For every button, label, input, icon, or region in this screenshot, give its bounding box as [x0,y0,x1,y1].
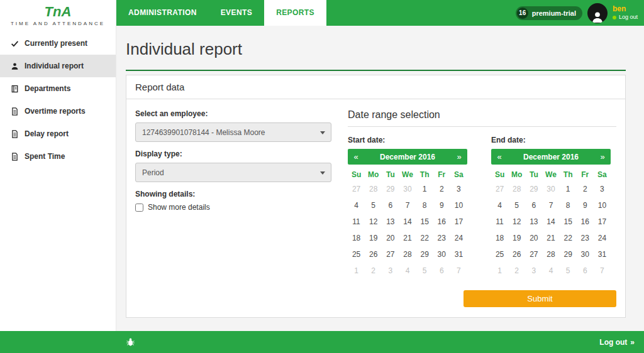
calendar-day[interactable]: 3 [525,263,542,279]
calendar-day[interactable]: 15 [560,214,577,230]
calendar-day[interactable]: 1 [491,263,508,279]
calendar-day[interactable]: 7 [399,197,416,214]
calendar-day[interactable]: 27 [348,181,365,197]
submit-button[interactable]: Submit [464,290,616,307]
calendar-day[interactable]: 10 [594,197,611,214]
calendar-day[interactable]: 4 [491,197,508,214]
calendar-day[interactable]: 19 [508,230,525,246]
calendar-day[interactable]: 29 [382,181,399,197]
calendar-day[interactable]: 6 [433,263,450,279]
display-type-select[interactable]: Period [135,163,331,182]
prev-month-button[interactable]: « [491,152,508,161]
calendar-day[interactable]: 14 [542,214,559,230]
calendar-day[interactable]: 29 [416,246,433,263]
calendar-day[interactable]: 30 [399,181,416,197]
calendar-day[interactable]: 14 [399,214,416,230]
calendar-day[interactable]: 7 [542,197,559,214]
bug-icon[interactable] [126,337,135,347]
sidebar-item-currently-present[interactable]: Currently present [0,32,116,55]
calendar-day[interactable]: 23 [433,230,450,246]
calendar-day[interactable]: 6 [577,263,594,279]
calendar-day[interactable]: 9 [433,197,450,214]
calendar-day[interactable]: 27 [525,246,542,263]
logout-link[interactable]: Log out [613,14,638,21]
calendar-day[interactable]: 19 [365,230,382,246]
calendar-day[interactable]: 17 [450,214,467,230]
calendar-day[interactable]: 6 [525,197,542,214]
calendar-day[interactable]: 30 [577,246,594,263]
calendar-day[interactable]: 2 [577,181,594,197]
prev-month-button[interactable]: « [348,152,364,161]
calendar-day[interactable]: 13 [382,214,399,230]
calendar-day[interactable]: 29 [560,246,577,263]
calendar-day[interactable]: 3 [594,181,611,197]
calendar-day[interactable]: 31 [594,246,611,263]
calendar-day[interactable]: 17 [594,214,611,230]
calendar-day[interactable]: 18 [491,230,508,246]
tab-administration[interactable]: ADMINISTRATION [116,0,209,26]
calendar-day[interactable]: 5 [560,263,577,279]
sidebar-item-spent-time[interactable]: Spent Time [0,145,116,168]
calendar-day[interactable]: 2 [508,263,525,279]
calendar-day[interactable]: 9 [577,197,594,214]
calendar-day[interactable]: 11 [348,214,365,230]
calendar-day[interactable]: 4 [542,263,559,279]
calendar-day[interactable]: 1 [348,263,365,279]
sidebar-item-individual-report[interactable]: Individual report [0,55,116,77]
calendar-day[interactable]: 8 [560,197,577,214]
calendar-day[interactable]: 4 [399,263,416,279]
calendar-day[interactable]: 12 [508,214,525,230]
calendar-day[interactable]: 2 [365,263,382,279]
calendar-day[interactable]: 20 [525,230,542,246]
calendar-day[interactable]: 27 [491,181,508,197]
calendar-day[interactable]: 5 [365,197,382,214]
calendar-day[interactable]: 2 [433,181,450,197]
footer-logout-link[interactable]: Log out » [599,338,635,347]
calendar-day[interactable]: 28 [508,181,525,197]
calendar-day[interactable]: 4 [348,197,365,214]
tab-events[interactable]: EVENTS [209,0,264,26]
calendar-day[interactable]: 27 [382,246,399,263]
calendar-day[interactable]: 24 [450,230,467,246]
calendar-day[interactable]: 8 [416,197,433,214]
calendar-day[interactable]: 3 [450,181,467,197]
calendar-day[interactable]: 25 [348,246,365,263]
calendar-day[interactable]: 28 [399,246,416,263]
calendar-day[interactable]: 7 [450,263,467,279]
calendar-day[interactable]: 22 [416,230,433,246]
calendar-day[interactable]: 21 [399,230,416,246]
calendar-day[interactable]: 29 [525,181,542,197]
calendar-day[interactable]: 10 [450,197,467,214]
calendar-day[interactable]: 18 [348,230,365,246]
employee-select[interactable]: 1274639901078144 - Melissa Moore [135,122,331,142]
calendar-day[interactable]: 7 [594,263,611,279]
plan-badge[interactable]: 16 premium-trial [516,6,582,20]
calendar-day[interactable]: 11 [491,214,508,230]
calendar-day[interactable]: 13 [525,214,542,230]
tab-reports[interactable]: REPORTS [264,0,326,26]
calendar-day[interactable]: 15 [416,214,433,230]
calendar-day[interactable]: 12 [365,214,382,230]
calendar-day[interactable]: 31 [450,246,467,263]
next-month-button[interactable]: » [451,152,467,161]
show-more-details-row[interactable]: Show more details [135,203,331,212]
show-more-details-checkbox[interactable] [135,204,143,212]
avatar[interactable] [587,3,608,23]
calendar-day[interactable]: 20 [382,230,399,246]
calendar-day[interactable]: 26 [508,246,525,263]
calendar-day[interactable]: 1 [560,181,577,197]
calendar-day[interactable]: 1 [416,181,433,197]
calendar-day[interactable]: 5 [508,197,525,214]
sidebar-item-delay-report[interactable]: Delay report [0,122,116,145]
calendar-day[interactable]: 22 [560,230,577,246]
calendar-day[interactable]: 24 [594,230,611,246]
next-month-button[interactable]: » [594,152,611,161]
calendar-day[interactable]: 6 [382,197,399,214]
calendar-day[interactable]: 26 [365,246,382,263]
calendar-day[interactable]: 16 [577,214,594,230]
calendar-day[interactable]: 28 [542,246,559,263]
calendar-day[interactable]: 25 [491,246,508,263]
calendar-day[interactable]: 28 [365,181,382,197]
sidebar-item-overtime-reports[interactable]: Overtime reports [0,100,116,122]
calendar-day[interactable]: 3 [382,263,399,279]
